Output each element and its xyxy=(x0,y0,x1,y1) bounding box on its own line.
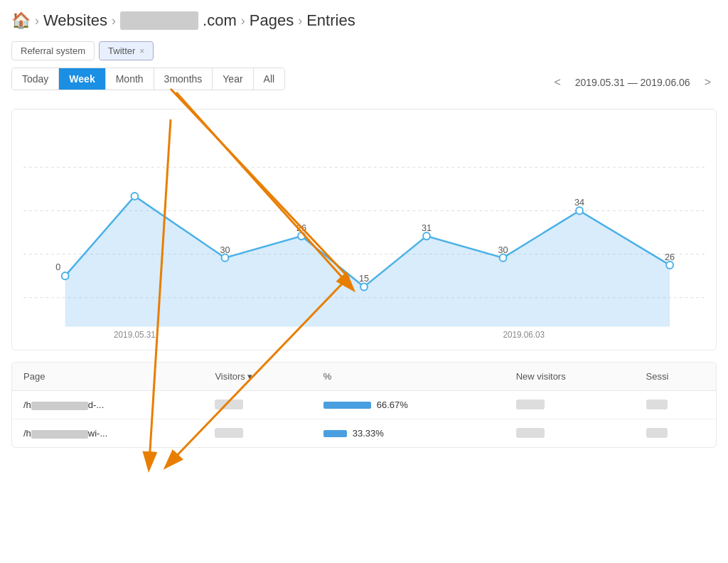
point-label-6: 30 xyxy=(498,244,508,254)
tab-week[interactable]: Week xyxy=(59,68,105,90)
tab-all[interactable]: All xyxy=(254,68,285,90)
breadcrumb: 🏠 › Websites › .com › Pages › Entries xyxy=(11,11,717,30)
progress-bar-1 xyxy=(323,430,347,437)
sessions-value-0 xyxy=(646,400,668,409)
cell-new-visitors-0 xyxy=(505,391,635,419)
data-point-1 xyxy=(132,193,139,200)
tag-close-twitter[interactable]: × xyxy=(139,46,144,56)
percent-bar-container-0: 66.67% xyxy=(323,400,493,410)
breadcrumb-sep2: › xyxy=(112,14,116,28)
home-icon[interactable]: 🏠 xyxy=(11,11,31,30)
data-point-2 xyxy=(222,254,229,262)
col-header-percent: % xyxy=(312,363,505,391)
percent-bar-container-1: 33.33% xyxy=(323,428,493,439)
percent-label-1: 33.33% xyxy=(353,428,384,439)
tag-label-referral: Referral system xyxy=(21,45,85,56)
cell-visitors-0 xyxy=(203,391,311,419)
data-point-7 xyxy=(576,207,583,214)
tag-tabs: Referral system Twitter × xyxy=(11,41,717,60)
breadcrumb-sep3: › xyxy=(241,14,245,28)
point-label-3: 26 xyxy=(296,222,306,233)
date-range-label: 2019.05.31 — 2019.06.06 xyxy=(569,77,696,88)
tab-month[interactable]: Month xyxy=(106,68,154,90)
data-point-5 xyxy=(423,232,430,240)
breadcrumb-pages[interactable]: Pages xyxy=(250,11,294,30)
tag-label-twitter: Twitter xyxy=(108,45,135,56)
page-wrapper: 🏠 › Websites › .com › Pages › Entries Re… xyxy=(0,0,728,563)
visitors-value-0 xyxy=(215,400,243,409)
data-point-4 xyxy=(360,283,368,290)
chart-svg: 0 30 26 15 31 30 34 26 2019.05.31 2019.0… xyxy=(23,124,705,341)
col-header-sessions: Sessi xyxy=(635,363,716,391)
cell-new-visitors-1 xyxy=(505,419,635,448)
point-label-0: 0 xyxy=(55,262,60,272)
data-table-container: Page Visitors ▾ % New visitors Sessi /h … xyxy=(11,362,717,448)
table-row: /h wi-... 33.33% xyxy=(12,419,716,448)
prev-date-button[interactable]: < xyxy=(548,73,566,92)
data-point-0 xyxy=(62,272,69,279)
sort-icon: ▾ xyxy=(247,371,252,382)
period-tabs: Today Week Month 3months Year All xyxy=(11,68,285,90)
visitors-value-1 xyxy=(215,428,243,438)
cell-percent-0: 66.67% xyxy=(312,391,505,419)
new-visitors-value-1 xyxy=(516,428,545,438)
breadcrumb-websites[interactable]: Websites xyxy=(43,11,107,30)
point-label-2: 30 xyxy=(220,244,230,254)
breadcrumb-domain[interactable] xyxy=(120,11,198,30)
data-point-3 xyxy=(298,232,305,240)
tag-tab-twitter[interactable]: Twitter × xyxy=(99,41,154,60)
chart-container: 0 30 26 15 31 30 34 26 2019.05.31 2019.0… xyxy=(11,109,717,350)
breadcrumb-sep4: › xyxy=(298,14,302,28)
cell-page-1: /h wi-... xyxy=(12,419,203,448)
cell-sessions-1 xyxy=(635,419,716,448)
progress-bar-0 xyxy=(323,402,371,409)
next-date-button[interactable]: > xyxy=(699,73,717,92)
cell-sessions-0 xyxy=(635,391,716,419)
col-header-visitors[interactable]: Visitors ▾ xyxy=(203,363,311,391)
table-row: /h d-... 66.67% xyxy=(12,391,716,419)
tab-3months[interactable]: 3months xyxy=(154,68,213,90)
cell-percent-1: 33.33% xyxy=(312,419,505,448)
tab-year[interactable]: Year xyxy=(213,68,253,90)
tag-tab-referral[interactable]: Referral system xyxy=(11,41,95,60)
data-table: Page Visitors ▾ % New visitors Sessi /h … xyxy=(12,363,716,447)
point-label-5: 31 xyxy=(422,222,432,233)
data-point-8 xyxy=(666,262,673,269)
tab-today[interactable]: Today xyxy=(12,68,59,90)
point-label-4: 15 xyxy=(359,273,369,284)
col-header-new-visitors: New visitors xyxy=(505,363,635,391)
data-point-6 xyxy=(500,254,507,262)
breadcrumb-sep: › xyxy=(35,14,39,28)
cell-visitors-1 xyxy=(203,419,311,448)
breadcrumb-entries[interactable]: Entries xyxy=(306,11,355,30)
chart-area xyxy=(65,196,670,327)
controls-row: Today Week Month 3months Year All < 2019… xyxy=(11,68,717,97)
table-header-row: Page Visitors ▾ % New visitors Sessi xyxy=(12,363,716,391)
point-label-7: 34 xyxy=(574,197,584,208)
new-visitors-value-0 xyxy=(516,400,545,409)
cell-page-0: /h d-... xyxy=(12,391,203,419)
x-label-0: 2019.05.31 xyxy=(114,330,156,340)
date-navigation: < 2019.05.31 — 2019.06.06 > xyxy=(548,73,717,92)
sessions-value-1 xyxy=(646,428,668,438)
percent-label-0: 66.67% xyxy=(377,400,408,410)
x-label-1: 2019.06.03 xyxy=(503,330,545,340)
col-header-page: Page xyxy=(12,363,203,391)
point-label-8: 26 xyxy=(665,252,675,262)
